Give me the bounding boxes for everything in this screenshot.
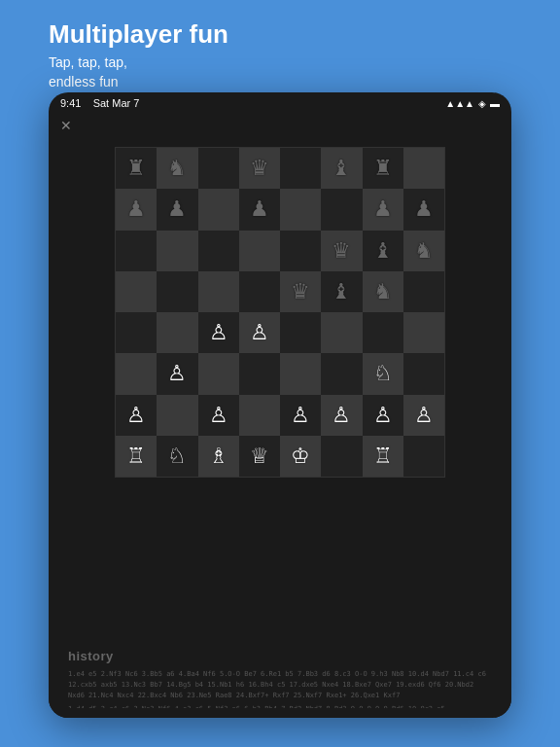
chess-piece: ♙ (250, 322, 269, 343)
chess-cell[interactable]: ♙ (280, 395, 321, 436)
chess-cell[interactable]: ♝ (363, 231, 403, 271)
chess-piece: ♟ (373, 198, 393, 220)
chess-piece: ♞ (373, 281, 393, 302)
history-section: history 1.e4 e5 2.Nf3 Nc6 3.Bb5 a6 4.Ba4… (49, 639, 511, 718)
chess-cell[interactable] (321, 436, 362, 477)
chess-cell[interactable]: ♗ (198, 436, 239, 477)
chess-cell[interactable]: ♝ (321, 271, 362, 312)
close-button[interactable]: ✕ (49, 114, 511, 137)
chess-piece: ♛ (332, 240, 351, 262)
chess-board[interactable]: ♜♞♛♝♜♟♟♟♟♟♛♝♞♛♝♞♙♙♙♘♙♙♙♙♙♙♖♘♗♕♔♖ (115, 147, 445, 478)
chess-cell[interactable]: ♙ (116, 395, 157, 436)
chess-cell[interactable]: ♟ (116, 189, 157, 230)
chess-piece: ♗ (209, 445, 228, 467)
chess-cell[interactable]: ♟ (157, 189, 197, 230)
chess-cell[interactable] (116, 231, 157, 271)
chess-cell[interactable]: ♖ (363, 436, 403, 477)
chess-cell[interactable]: ♙ (157, 353, 197, 394)
chess-cell[interactable] (239, 395, 280, 436)
chess-cell[interactable] (403, 353, 444, 394)
chess-cell[interactable]: ♟ (403, 189, 444, 230)
chess-cell[interactable] (157, 231, 197, 271)
chess-cell[interactable] (157, 395, 197, 436)
chess-cell[interactable]: ♙ (239, 312, 280, 353)
chess-cell[interactable] (198, 271, 239, 312)
chess-piece: ♜ (373, 158, 393, 179)
chess-cell[interactable] (198, 353, 239, 394)
chess-cell[interactable]: ♔ (280, 436, 321, 477)
chess-cell[interactable] (321, 312, 362, 353)
chess-cell[interactable] (198, 148, 239, 189)
chess-piece: ♟ (126, 198, 146, 220)
chess-cell[interactable]: ♙ (363, 395, 403, 436)
chess-piece: ♙ (209, 322, 228, 343)
header-section: Multiplayer fun Tap, tap, tap,endless fu… (49, 19, 228, 91)
chess-cell[interactable] (239, 231, 280, 271)
chess-piece: ♜ (126, 158, 146, 179)
chess-cell[interactable]: ♟ (239, 189, 280, 230)
chess-piece: ♙ (332, 405, 351, 426)
chess-cell[interactable]: ♞ (403, 231, 444, 271)
chess-cell[interactable]: ♜ (363, 148, 403, 189)
chess-piece: ♙ (291, 405, 310, 426)
wifi-icon: ◈ (478, 98, 486, 109)
page-title: Multiplayer fun (49, 19, 228, 50)
chess-cell[interactable]: ♞ (157, 148, 197, 189)
chess-cell[interactable] (280, 189, 321, 230)
chess-piece: ♟ (167, 198, 187, 220)
chess-cell[interactable]: ♞ (363, 271, 403, 312)
signal-icon: ▲▲▲ (445, 98, 474, 109)
chess-cell[interactable]: ♜ (116, 148, 157, 189)
chess-cell[interactable] (239, 271, 280, 312)
history-moves: 1.e4 e5 2.Nf3 Nc6 3.Bb5 a6 4.Ba4 Nf6 5.O… (68, 669, 492, 708)
chess-piece: ♘ (167, 445, 187, 467)
chess-cell[interactable] (403, 436, 444, 477)
chess-cell[interactable] (321, 189, 362, 230)
chess-cell[interactable] (403, 312, 444, 353)
chess-piece: ♟ (414, 198, 434, 220)
chess-cell[interactable]: ♙ (198, 312, 239, 353)
chess-piece: ♔ (291, 445, 310, 467)
chess-cell[interactable] (198, 189, 239, 230)
chess-cell[interactable] (280, 312, 321, 353)
chess-cell[interactable]: ♙ (403, 395, 444, 436)
chess-cell[interactable] (280, 231, 321, 271)
chess-piece: ♝ (373, 240, 393, 262)
chess-cell[interactable] (116, 312, 157, 353)
chess-cell[interactable]: ♝ (321, 148, 362, 189)
chess-cell[interactable]: ♟ (363, 189, 403, 230)
device-frame: 9:41 Sat Mar 7 ▲▲▲ ◈ ▬ ✕ ♜♞♛♝♜♟♟♟♟♟♛♝♞♛♝… (49, 92, 511, 718)
chess-cell[interactable]: ♘ (157, 436, 197, 477)
chess-cell[interactable] (198, 231, 239, 271)
chess-cell[interactable] (403, 148, 444, 189)
chess-cell[interactable] (116, 271, 157, 312)
chess-piece: ♖ (126, 445, 146, 467)
battery-icon: ▬ (490, 98, 500, 109)
chess-piece: ♕ (250, 445, 269, 467)
chess-cell[interactable] (280, 148, 321, 189)
chess-piece: ♞ (167, 158, 187, 179)
history-label: history (68, 649, 492, 663)
chess-cell[interactable]: ♙ (198, 395, 239, 436)
chess-cell[interactable] (403, 271, 444, 312)
chess-cell[interactable] (321, 353, 362, 394)
chess-cell[interactable]: ♛ (321, 231, 362, 271)
chess-cell[interactable] (363, 312, 403, 353)
chess-cell[interactable] (157, 271, 197, 312)
chess-piece: ♙ (373, 405, 393, 426)
chess-piece: ♛ (291, 281, 310, 302)
chess-cell[interactable]: ♘ (363, 353, 403, 394)
chess-cell[interactable] (280, 353, 321, 394)
status-icons: ▲▲▲ ◈ ▬ (445, 98, 500, 109)
chess-cell[interactable]: ♛ (239, 148, 280, 189)
chess-cell[interactable] (157, 312, 197, 353)
chess-cell[interactable] (116, 353, 157, 394)
chess-piece: ♛ (250, 158, 269, 179)
app-background: Multiplayer fun Tap, tap, tap,endless fu… (0, 0, 560, 747)
chess-cell[interactable]: ♛ (280, 271, 321, 312)
chess-cell[interactable]: ♖ (116, 436, 157, 477)
chess-cell[interactable]: ♙ (321, 395, 362, 436)
chess-piece: ♝ (332, 281, 351, 302)
chess-cell[interactable]: ♕ (239, 436, 280, 477)
chess-cell[interactable] (239, 353, 280, 394)
